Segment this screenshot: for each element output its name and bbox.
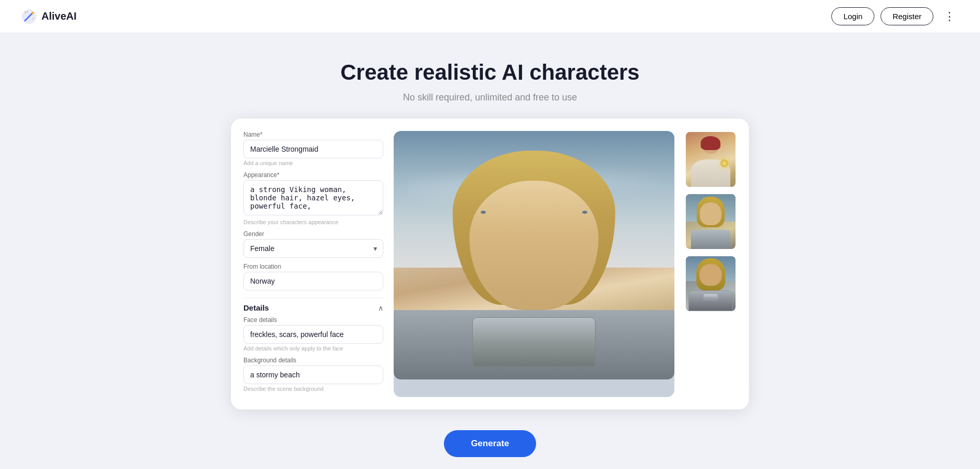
hero-section: Create realistic AI characters No skill … <box>0 33 980 119</box>
chevron-up-icon: ∧ <box>378 304 383 312</box>
svg-point-2 <box>32 12 34 14</box>
gender-label: Gender <box>243 230 383 238</box>
hero-subtitle: No skill required, unlimited and free to… <box>10 92 970 103</box>
main-card: Name* Add a unique name Appearance* a st… <box>231 119 749 409</box>
background-input[interactable] <box>243 365 383 384</box>
details-toggle[interactable]: Details ∧ <box>243 298 383 316</box>
details-label: Details <box>243 303 269 312</box>
background-field-group: Background details Describe the scene ba… <box>243 357 383 392</box>
portrait-display <box>394 131 674 397</box>
thumbnail-3-image <box>686 256 736 311</box>
thumbnail-2[interactable] <box>685 193 737 250</box>
face-details-hint: Add details which only apply to the face <box>243 345 383 351</box>
name-field-group: Name* Add a unique name <box>243 131 383 166</box>
header-right: Login Register ⋮ <box>831 7 959 25</box>
hero-title: Create realistic AI characters <box>10 60 970 85</box>
thumbnail-1[interactable] <box>685 131 737 188</box>
logo-icon <box>21 8 37 25</box>
logo-text: AliveAI <box>41 10 77 22</box>
face-details-field-group: Face details Add details which only appl… <box>243 316 383 351</box>
svg-point-3 <box>25 11 26 12</box>
menu-more-button[interactable]: ⋮ <box>940 8 959 25</box>
portrait-eyes <box>481 211 587 214</box>
appearance-label: Appearance* <box>243 171 383 179</box>
appearance-field-group: Appearance* a strong Viking woman, blond… <box>243 171 383 225</box>
appearance-textarea[interactable]: a strong Viking woman, blonde hair, haze… <box>243 180 383 215</box>
gender-select[interactable]: Male Female Non-binary <box>243 239 383 258</box>
generate-button[interactable]: Generate <box>444 430 536 457</box>
background-label: Background details <box>243 357 383 364</box>
gender-select-wrap: Male Female Non-binary ▾ <box>243 239 383 258</box>
logo-area: AliveAI <box>21 8 77 25</box>
thumbnail-1-image <box>686 132 736 187</box>
location-field-group: From location <box>243 263 383 290</box>
portrait-armor <box>472 317 596 367</box>
name-input[interactable] <box>243 140 383 158</box>
face-details-input[interactable] <box>243 325 383 344</box>
svg-point-4 <box>33 18 34 19</box>
form-panel: Name* Add a unique name Appearance* a st… <box>243 131 383 397</box>
register-button[interactable]: Register <box>881 7 933 25</box>
portrait-face <box>469 181 598 310</box>
location-label: From location <box>243 263 383 270</box>
portrait-image <box>394 131 674 379</box>
thumbnail-3[interactable] <box>685 255 737 312</box>
thumbnail-2-image <box>686 194 736 249</box>
cta-area: Generate <box>0 430 980 469</box>
background-hint: Describe the scene background <box>243 386 383 392</box>
header: AliveAI Login Register ⋮ <box>0 0 980 33</box>
gender-field-group: Gender Male Female Non-binary ▾ <box>243 230 383 258</box>
location-input[interactable] <box>243 272 383 290</box>
thumbnails-panel <box>685 131 737 397</box>
login-button[interactable]: Login <box>831 7 874 25</box>
face-details-label: Face details <box>243 316 383 324</box>
svg-point-5 <box>27 11 28 12</box>
name-label: Name* <box>243 131 383 138</box>
name-hint: Add a unique name <box>243 160 383 166</box>
appearance-hint: Describe your characters appearance <box>243 219 383 225</box>
